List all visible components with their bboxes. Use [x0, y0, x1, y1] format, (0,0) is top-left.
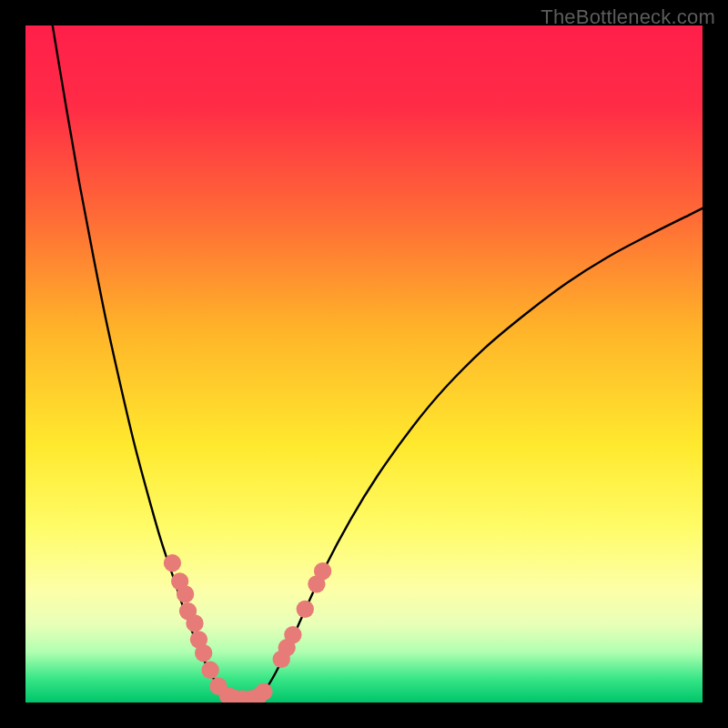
chart-frame: TheBottleneck.com — [0, 0, 728, 728]
data-marker — [201, 662, 218, 679]
data-marker — [297, 601, 314, 618]
data-marker — [164, 554, 181, 571]
data-marker — [177, 585, 194, 602]
plot-area — [25, 25, 703, 703]
data-marker — [195, 644, 212, 662]
data-marker — [186, 614, 203, 632]
data-marker — [314, 562, 331, 580]
gradient-background — [25, 25, 703, 703]
chart-svg — [25, 25, 703, 703]
data-marker — [284, 626, 301, 643]
data-marker — [255, 682, 272, 700]
